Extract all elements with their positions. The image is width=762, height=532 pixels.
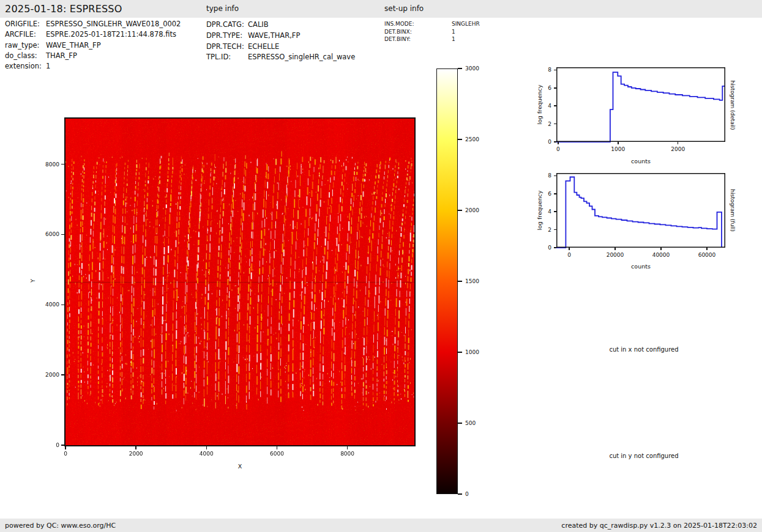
- setup-info-row-label: INS.MODE:: [384, 20, 452, 28]
- x-tick-label: 4000: [194, 450, 219, 457]
- x-tick-label: 0: [53, 450, 78, 457]
- type-info-row-value: ESPRESSO_singleHR_cal_wave: [248, 53, 355, 61]
- page-title: 2025-01-18: ESPRESSO: [5, 3, 122, 15]
- hist-x-tick-label: 20000: [597, 251, 633, 259]
- colorbar-tick: [458, 493, 462, 495]
- hist-y-tick-label: 0: [537, 244, 551, 251]
- type-info-row-label: DPR.TECH:: [206, 42, 248, 53]
- x-tick: [65, 446, 66, 449]
- setup-info-row: INS.MODE:SINGLEHR: [384, 20, 480, 28]
- setup-info-row-label: DET.BINX:: [384, 28, 452, 36]
- hist-x-tick-label: 60000: [689, 251, 725, 259]
- file-info-row-label: ORIGFILE:: [5, 19, 46, 29]
- hist-x-tick: [678, 142, 679, 144]
- colorbar-tick-label: 500: [465, 419, 476, 427]
- hist-x-tick: [618, 142, 619, 144]
- plot-frame: [557, 174, 725, 248]
- y-tick: [61, 374, 64, 375]
- file-info-block: ORIGFILE:ESPRESSO_SINGLEHR_WAVE018_0002A…: [5, 19, 181, 72]
- y-tick: [61, 234, 64, 235]
- hist-x-tick-label: 1000: [600, 146, 637, 153]
- type-info-row-label: TPL.ID:: [206, 52, 248, 63]
- type-info-block: DPR.CATG:CALIBDPR.TYPE:WAVE,THAR,FPDPR.T…: [206, 20, 355, 63]
- setup-info-row: DET.BINX:1: [384, 28, 480, 36]
- colorbar-tick-label: 3000: [465, 65, 479, 72]
- file-info-row-value: ESPRESSO_SINGLEHR_WAVE018_0002: [46, 20, 181, 28]
- y-tick-label: 0: [35, 441, 59, 449]
- histogram-line: [556, 177, 722, 248]
- setup-info-row-label: DET.BINY:: [384, 35, 452, 43]
- colorbar-tick-label: 1500: [465, 278, 479, 285]
- type-info-heading: type info: [206, 4, 239, 13]
- hist-full-xlabel: counts: [631, 263, 651, 270]
- setup-info-row-value: 1: [452, 36, 455, 42]
- hist-y-tick: [554, 105, 556, 106]
- hist-x-tick-label: 0: [551, 251, 588, 259]
- hist-y-tick: [554, 124, 556, 125]
- colorbar-tick-label: 2000: [465, 207, 479, 214]
- x-tick-label: 6000: [264, 450, 289, 457]
- setup-info-block: INS.MODE:SINGLEHRDET.BINX:1DET.BINY:1: [384, 20, 480, 43]
- hist-y-tick-label: 6: [537, 84, 551, 92]
- hist-full-title: histogram (full): [730, 189, 736, 231]
- file-info-row-label: ARCFILE:: [5, 29, 46, 40]
- hist-y-tick: [554, 211, 556, 212]
- hist-x-tick: [569, 248, 570, 250]
- raw-frame-canvas: [65, 119, 414, 445]
- hist-x-tick: [614, 248, 616, 250]
- hist-y-tick: [554, 229, 556, 231]
- x-tick: [135, 446, 136, 449]
- raw-frame-image: [64, 117, 416, 446]
- hist-y-tick-label: 4: [537, 102, 551, 109]
- y-tick-label: 8000: [35, 161, 59, 168]
- x-tick: [347, 446, 348, 449]
- footer-created-by: created by qc_rawdisp.py v1.2.3 on 2025-…: [561, 522, 757, 530]
- hist-y-tick-label: 2: [537, 226, 551, 234]
- x-tick: [277, 446, 278, 449]
- hist-x-tick-label: 40000: [643, 251, 679, 259]
- hist-y-tick: [554, 70, 556, 71]
- type-info-row-value: WAVE,THAR,FP: [248, 31, 300, 40]
- y-tick-label: 2000: [35, 371, 59, 379]
- hist-y-tick-label: 6: [537, 190, 551, 198]
- file-info-row: extension:1: [5, 61, 181, 72]
- file-info-row-value: ESPRE.2025-01-18T21:11:44.878.fits: [46, 30, 176, 39]
- file-info-row: do_class:THAR_FP: [5, 51, 181, 61]
- file-info-row-label: extension:: [5, 61, 46, 72]
- file-info-row-label: raw_type:: [5, 40, 46, 51]
- setup-info-row: DET.BINY:1: [384, 35, 480, 43]
- hist-x-tick: [558, 142, 559, 144]
- file-info-row-label: do_class:: [5, 51, 46, 61]
- histogram-detail-plot: [556, 67, 725, 142]
- colorbar-tick: [458, 281, 462, 282]
- hist-x-tick-label: 2000: [660, 146, 697, 153]
- y-axis-label: Y: [29, 279, 36, 283]
- x-axis-label: X: [238, 463, 242, 470]
- hist-x-tick: [706, 248, 708, 250]
- x-tick-label: 8000: [335, 450, 360, 457]
- colorbar-tick-label: 1000: [465, 349, 479, 356]
- hist-y-tick-label: 0: [537, 138, 551, 146]
- type-info-row-value: ECHELLE: [248, 42, 279, 51]
- file-info-row: ARCFILE:ESPRE.2025-01-18T21:11:44.878.fi…: [5, 29, 181, 40]
- colorbar-tick: [458, 68, 462, 69]
- hist-y-tick: [554, 247, 556, 248]
- type-info-row: DPR.TECH:ECHELLE: [206, 42, 355, 53]
- hist-y-tick-label: 2: [537, 120, 551, 128]
- file-info-row-value: THAR_FP: [46, 51, 77, 60]
- hist-detail-title: histogram (detail): [730, 81, 736, 130]
- hist-y-tick: [554, 141, 556, 142]
- histogram-full-plot: [556, 173, 725, 248]
- x-tick-label: 2000: [124, 450, 148, 457]
- x-tick: [206, 446, 207, 449]
- type-info-row: DPR.CATG:CALIB: [206, 20, 355, 31]
- colorbar-tick: [458, 352, 462, 353]
- type-info-row: DPR.TYPE:WAVE,THAR,FP: [206, 31, 355, 42]
- hist-y-tick-label: 8: [537, 66, 551, 73]
- colorbar-tick: [458, 423, 462, 424]
- colorbar-tick: [458, 210, 462, 211]
- file-info-row: raw_type:WAVE_THAR_FP: [5, 40, 181, 51]
- y-tick-label: 6000: [35, 231, 59, 238]
- cut-x-message: cut in x not configured: [609, 346, 678, 353]
- footer-powered-by: powered by QC: www.eso.org/HC: [5, 522, 116, 530]
